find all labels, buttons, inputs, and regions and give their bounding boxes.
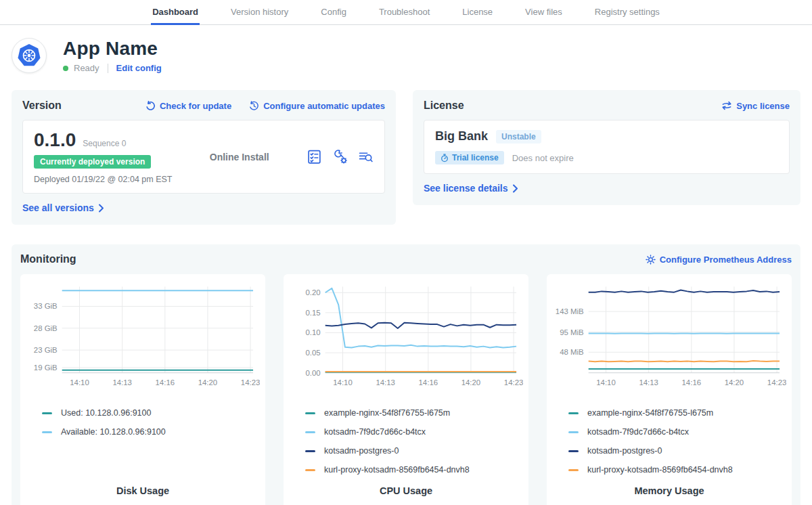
chart-legend: example-nginx-54f8f76755-l675mkotsadm-7f… [568,399,786,475]
version-number: 0.1.0 [34,129,76,151]
trial-license-label: Trial license [452,153,499,162]
svg-text:14:10: 14:10 [70,378,89,387]
deployed-timestamp: Deployed 01/19/22 @ 02:04 pm EST [34,175,172,184]
kubernetes-icon [17,43,41,68]
tab-troubleshoot[interactable]: Troubleshoot [378,0,431,25]
svg-text:14:16: 14:16 [419,378,438,387]
legend-item: kurl-proxy-kotsadm-8569fb6454-dnvh8 [305,465,523,475]
legend-item: kotsadm-postgres-0 [305,446,523,456]
version-actions [307,149,374,164]
svg-text:143 MiB: 143 MiB [556,307,584,315]
configure-prometheus-label: Configure Prometheus Address [660,255,792,265]
configure-updates-link[interactable]: Configure automatic updates [249,101,385,111]
legend-label: kurl-proxy-kotsadm-8569fb6454-dnvh8 [324,465,470,475]
legend-item: Used: 10.128.0.96:9100 [42,408,260,418]
legend-swatch [568,450,579,452]
app-status: Ready [74,63,99,73]
configure-prometheus-link[interactable]: Configure Prometheus Address [646,255,792,265]
legend-label: kotsadm-postgres-0 [324,446,399,456]
tab-view-files[interactable]: View files [524,0,564,25]
svg-text:19 GiB: 19 GiB [34,364,58,372]
version-card-links: Check for update Configure automatic upd… [145,101,385,111]
legend-swatch [305,412,315,414]
legend-item: kotsadm-postgres-0 [568,446,786,456]
chart-legend: example-nginx-54f8f76755-l675mkotsadm-7f… [305,399,523,475]
preflight-checks-icon-button[interactable] [307,149,322,164]
svg-text:14:16: 14:16 [156,378,175,387]
config-wrench-icon [332,149,348,164]
see-all-versions-link[interactable]: See all versions [22,202,104,213]
version-sequence: Sequence 0 [83,139,126,148]
legend-label: Available: 10.128.0.96:9100 [61,427,166,437]
top-nav: DashboardVersion historyConfigTroublesho… [0,0,812,25]
svg-text:23 GiB: 23 GiB [34,346,58,354]
license-customer-row: Big Bank Unstable [435,129,778,144]
tab-registry-settings[interactable]: Registry settings [593,0,661,25]
legend-item: Available: 10.128.0.96:9100 [42,427,260,437]
license-card-title: License [424,100,464,112]
svg-text:95 MiB: 95 MiB [560,328,584,336]
chart-svg: 0.000.050.100.150.2014:1014:1314:1614:20… [289,280,523,393]
legend-item: example-nginx-54f8f76755-l675m [305,408,523,418]
license-expiry: Does not expire [512,153,574,163]
deploy-logs-icon-button[interactable] [358,149,374,164]
check-for-update-link[interactable]: Check for update [145,101,231,111]
chart-card-memory-usage: 48 MiB95 MiB143 MiB14:1014:1314:1614:201… [547,274,792,505]
see-all-versions-label: See all versions [22,202,94,213]
svg-text:14:13: 14:13 [376,378,395,387]
gear-icon [646,255,656,265]
trial-license-badge: Trial license [435,151,504,164]
license-type-row: Trial license Does not expire [435,151,778,164]
svg-text:28 GiB: 28 GiB [34,324,58,332]
license-card: License Sync license Big Bank Unstable [413,90,800,205]
chevron-right-icon [512,184,518,193]
stopwatch-icon [441,154,449,162]
legend-label: kotsadm-postgres-0 [587,446,662,456]
see-license-details-label: See license details [424,183,508,194]
tab-license[interactable]: License [461,0,494,25]
legend-label: kurl-proxy-kotsadm-8569fb6454-dnvh8 [587,465,733,475]
legend-swatch [42,412,52,414]
legend-label: example-nginx-54f8f76755-l675m [587,408,713,418]
tab-config[interactable]: Config [319,0,348,25]
install-type: Online Install [210,152,269,162]
preflight-checks-icon [307,149,322,164]
svg-text:14:23: 14:23 [504,378,523,387]
svg-text:0.05: 0.05 [305,349,320,357]
svg-text:0.10: 0.10 [305,328,320,336]
charts-row: 19 GiB23 GiB28 GiB33 GiB14:1014:1314:161… [20,274,792,505]
version-number-row: 0.1.0 Sequence 0 [34,129,172,151]
chart-card-disk-usage: 19 GiB23 GiB28 GiB33 GiB14:1014:1314:161… [20,274,265,505]
svg-text:14:10: 14:10 [333,378,353,387]
tab-dashboard[interactable]: Dashboard [151,0,200,25]
svg-text:14:13: 14:13 [112,378,132,387]
tab-version-history[interactable]: Version history [229,0,290,25]
app-header-text: App Name Ready Edit config [63,38,162,73]
svg-text:48 MiB: 48 MiB [560,348,584,356]
edit-config-link[interactable]: Edit config [116,63,162,73]
page-body: App Name Ready Edit config Version Check… [0,38,812,505]
svg-text:14:13: 14:13 [639,378,658,387]
sync-icon [721,101,732,110]
app-status-row: Ready Edit config [63,63,162,73]
legend-swatch [305,469,315,471]
schedule-update-icon [249,101,259,111]
config-icon-button[interactable] [332,149,348,164]
see-license-details-link[interactable]: See license details [424,183,518,194]
svg-text:14:20: 14:20 [461,378,481,387]
svg-text:33 GiB: 33 GiB [34,302,58,310]
sync-license-link[interactable]: Sync license [721,101,790,111]
app-logo [12,38,47,73]
monitoring-section: Monitoring Configure Prometheus Address … [12,244,800,505]
channel-badge: Unstable [496,130,541,144]
version-info: 0.1.0 Sequence 0 Currently deployed vers… [34,129,172,184]
chart-title: Memory Usage [552,475,786,502]
license-card-header: License Sync license [424,100,790,112]
deployed-badge: Currently deployed version [34,155,151,169]
current-version-box: 0.1.0 Sequence 0 Currently deployed vers… [22,120,385,194]
version-card: Version Check for update Configure au [12,90,396,225]
status-dot [63,66,68,71]
license-box: Big Bank Unstable Trial license Does not… [424,120,790,174]
chart-title: CPU Usage [289,475,523,502]
app-header: App Name Ready Edit config [12,38,800,73]
